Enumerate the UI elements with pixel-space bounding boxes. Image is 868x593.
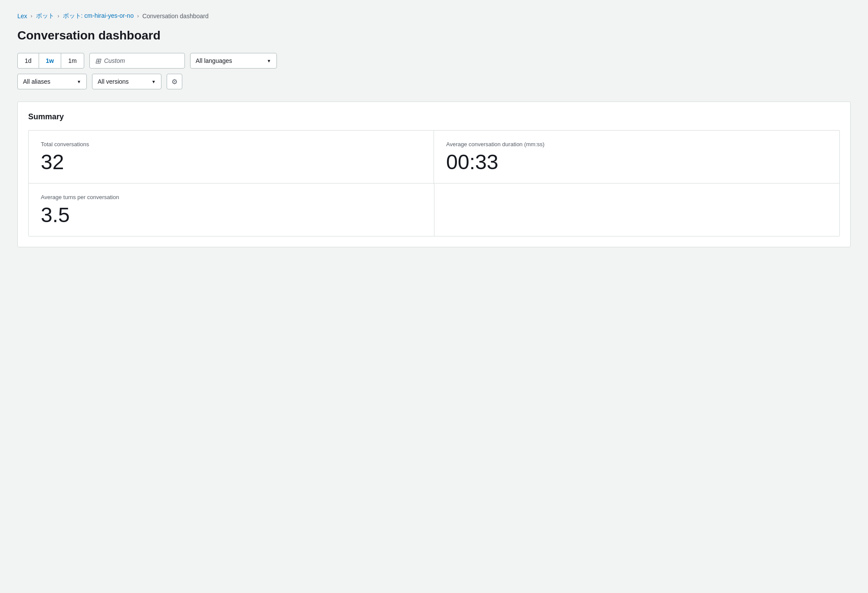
custom-date-picker[interactable]: ⊞ Custom <box>89 53 185 69</box>
metric-total-conversations-label: Total conversations <box>41 141 421 147</box>
aliases-label: All aliases <box>23 78 50 85</box>
summary-metrics-grid: Total conversations 32 Average conversat… <box>28 130 840 236</box>
breadcrumb-separator-2: › <box>58 13 59 19</box>
time-btn-1m[interactable]: 1m <box>61 53 83 69</box>
time-btn-1d[interactable]: 1d <box>18 53 39 69</box>
breadcrumb-bots[interactable]: ボット <box>36 12 54 20</box>
summary-card: Summary Total conversations 32 Average c… <box>17 102 851 247</box>
metric-empty <box>434 183 839 236</box>
breadcrumb-bot-name[interactable]: ボット: cm-hirai-yes-or-no <box>63 12 134 20</box>
metric-avg-turns-value: 3.5 <box>41 205 422 226</box>
metric-avg-turns: Average turns per conversation 3.5 <box>29 183 434 236</box>
breadcrumb-lex[interactable]: Lex <box>17 13 27 20</box>
versions-dropdown[interactable]: All versions ▼ <box>92 74 161 89</box>
metric-avg-duration: Average conversation duration (mm:ss) 00… <box>434 131 839 183</box>
breadcrumb-separator-1: › <box>31 13 33 19</box>
time-range-group: 1d 1w 1m <box>17 53 84 69</box>
language-dropdown[interactable]: All languages ▼ <box>190 53 277 69</box>
breadcrumb-current: Conversation dashboard <box>142 13 209 20</box>
time-btn-1w[interactable]: 1w <box>39 53 62 69</box>
versions-label: All versions <box>98 78 129 85</box>
breadcrumb: Lex › ボット › ボット: cm-hirai-yes-or-no › Co… <box>17 12 851 20</box>
custom-date-label: Custom <box>104 57 125 64</box>
metric-avg-turns-label: Average turns per conversation <box>41 194 422 200</box>
versions-dropdown-arrow: ▼ <box>151 79 156 84</box>
metric-total-conversations-value: 32 <box>41 152 421 173</box>
language-dropdown-arrow: ▼ <box>267 59 271 63</box>
toolbar-row2: All aliases ▼ All versions ▼ ⚙ <box>17 74 851 89</box>
toolbar-row1: 1d 1w 1m ⊞ Custom All languages ▼ <box>17 53 851 69</box>
breadcrumb-separator-3: › <box>137 13 139 19</box>
page-title: Conversation dashboard <box>17 29 851 43</box>
metric-avg-duration-label: Average conversation duration (mm:ss) <box>446 141 827 147</box>
metric-total-conversations: Total conversations 32 <box>29 131 434 183</box>
summary-title: Summary <box>28 112 840 121</box>
aliases-dropdown[interactable]: All aliases ▼ <box>17 74 87 89</box>
settings-button[interactable]: ⚙ <box>167 74 182 89</box>
calendar-icon: ⊞ <box>95 57 101 65</box>
language-label: All languages <box>196 57 232 64</box>
gear-icon: ⚙ <box>171 78 178 86</box>
aliases-dropdown-arrow: ▼ <box>77 79 81 84</box>
metric-avg-duration-value: 00:33 <box>446 152 827 173</box>
